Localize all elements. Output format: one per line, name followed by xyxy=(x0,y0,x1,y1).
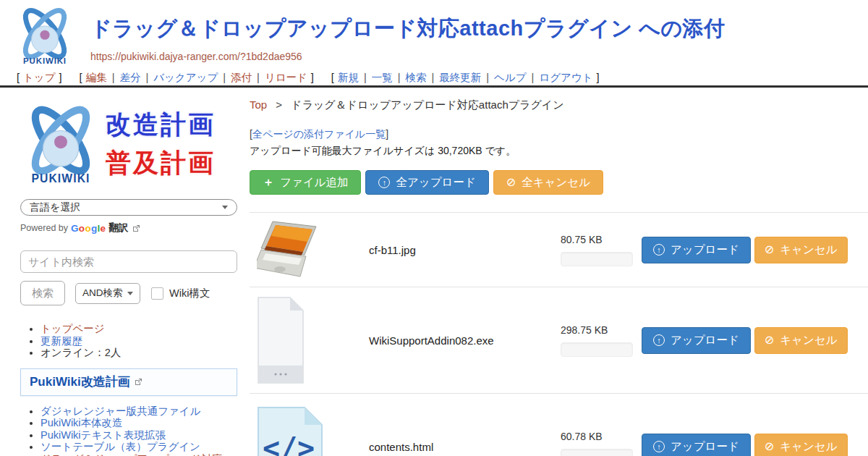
sidebar-item-dragdrop-attach[interactable]: ドラッグ＆ドロップアップロード対応attachプラグイン xyxy=(41,453,222,456)
top-navbar: [トップ] [編集|差分|バックアップ|添付|リロード] [新規|一覧|検索|最… xyxy=(0,69,868,88)
page-header: PUKIWIKI ドラッグ＆ドロップアップロード対応attachプラグイン への… xyxy=(0,0,868,69)
sidebar-item-sort-table[interactable]: ソートテーブル（表）プラグイン xyxy=(41,441,200,452)
cancel-button[interactable]: ⊘ キャンセル xyxy=(754,434,848,456)
sidebar-item-history[interactable]: 更新履歴 xyxy=(41,335,82,347)
bracket: [ xyxy=(17,72,20,83)
bracket: ] xyxy=(59,72,62,83)
pukiwiki-atom-logo-small: PUKIWIKI xyxy=(20,101,101,187)
nav-item-list[interactable]: 一覧 xyxy=(372,72,393,83)
google-logo: Google xyxy=(71,223,106,234)
upload-progress-bar xyxy=(561,252,633,266)
generic-file-icon xyxy=(257,296,305,384)
pukiwiki-atom-logo[interactable]: PUKIWIKI xyxy=(12,4,78,68)
nav-item-diff[interactable]: 差分 xyxy=(119,72,140,83)
main-content: Top > ドラッグ＆ドロップアップロード対応attachプラグイン [全ページ… xyxy=(250,90,868,456)
list-item: PukiWikiテキスト表現拡張 xyxy=(41,429,238,442)
logo-wordmark: PUKIWIKI xyxy=(31,172,90,185)
page-title: ドラッグ＆ドロップアップロード対応attachプラグイン への添付 xyxy=(90,14,726,43)
ban-icon: ⊘ xyxy=(765,441,774,452)
external-link-icon xyxy=(132,224,140,232)
translate-link[interactable]: 翻訳 xyxy=(109,221,128,235)
sidebar-item-text-ext[interactable]: PukiWikiテキスト表現拡張 xyxy=(41,429,166,441)
bracket: [ xyxy=(331,72,334,83)
nav-item-help[interactable]: ヘルプ xyxy=(494,72,527,83)
file-name: contents.html xyxy=(369,441,561,453)
logo-slogan-fukyu: 普及計画 xyxy=(106,146,216,180)
wiki-syntax-label: Wiki構文 xyxy=(169,287,210,300)
ban-icon: ⊘ xyxy=(765,244,774,256)
sidebar-item-common-files[interactable]: ダジャレンジャー版共通ファイル xyxy=(41,405,200,417)
page-url-link[interactable]: https://pukiwiki.dajya-ranger.com/?1bd2d… xyxy=(90,51,302,62)
cancel-all-button[interactable]: ⊘ 全キャンセル xyxy=(493,170,603,195)
language-select[interactable]: 言語を選択 xyxy=(20,199,237,216)
upload-button[interactable]: ↑ アップロード xyxy=(642,434,751,456)
sidebar-links-primary: トップページ 更新履歴 オンライン：2人 xyxy=(41,323,238,359)
upload-circle-icon: ↑ xyxy=(653,244,665,256)
file-name: WikiSupportAddin082.exe xyxy=(369,334,561,347)
upload-circle-icon: ↑ xyxy=(653,441,665,452)
nav-item-edit[interactable]: 編集 xyxy=(86,72,107,83)
cancel-button[interactable]: ⊘ キャンセル xyxy=(754,327,848,354)
upload-progress-bar xyxy=(561,342,633,357)
file-size: 60.78 KB xyxy=(561,431,642,442)
list-item: ダジャレンジャー版共通ファイル xyxy=(41,405,238,418)
search-mode-select[interactable]: AND検索 xyxy=(75,283,140,304)
nav-item-recent[interactable]: 最終更新 xyxy=(439,72,481,83)
list-item: PukiWiki本体改造 xyxy=(41,417,238,429)
breadcrumb-current: ドラッグ＆ドロップアップロード対応attachプラグイン xyxy=(291,98,563,111)
nav-item-backup[interactable]: バックアップ xyxy=(153,72,218,83)
svg-text:</>: </> xyxy=(263,431,315,456)
sidebar-item-toppage[interactable]: トップページ xyxy=(41,323,105,334)
nav-item-top[interactable]: トップ xyxy=(23,72,56,83)
nav-item-logout[interactable]: ログアウト xyxy=(539,72,592,83)
site-search-input[interactable] xyxy=(20,250,237,273)
file-size: 298.75 KB xyxy=(561,324,642,336)
list-item: オンライン：2人 xyxy=(41,347,238,359)
sidebar-item-core-mod[interactable]: PukiWiki本体改造 xyxy=(41,417,123,428)
sidebar-logo[interactable]: PUKIWIKI 改造計画 普及計画 xyxy=(20,98,238,189)
logo-wordmark: PUKIWIKI xyxy=(23,56,67,65)
list-item: トップページ xyxy=(41,323,238,335)
sidebar-featured-box: PukiWiki改造計画 xyxy=(20,368,237,396)
list-item: ドラッグ＆ドロップアップロード対応attachプラグイン xyxy=(41,453,238,456)
ban-icon: ⊘ xyxy=(506,177,516,188)
table-row: WikiSupportAddin082.exe 298.75 KB ↑ アップロ… xyxy=(250,287,868,393)
breadcrumb: Top > ドラッグ＆ドロップアップロード対応attachプラグイン xyxy=(250,98,868,112)
upload-all-button[interactable]: ↑ 全アップロード xyxy=(365,170,488,195)
html-file-icon: </> xyxy=(257,406,323,456)
google-translate-attribution: Powered by Google 翻訳 xyxy=(20,221,238,235)
add-files-button[interactable]: ＋ ファイル追加 xyxy=(250,170,361,195)
search-button[interactable]: 検索 xyxy=(20,281,65,305)
plus-icon: ＋ xyxy=(263,175,274,190)
language-select-value: 言語を選択 xyxy=(30,201,80,214)
sidebar-links-plugins: ダジャレンジャー版共通ファイル PukiWiki本体改造 PukiWikiテキス… xyxy=(41,405,238,456)
upload-progress-bar xyxy=(561,449,633,456)
upload-file-list: cf-b11.jpg 80.75 KB ↑ アップロード ⊘ キャンセル xyxy=(250,212,868,456)
chevron-down-icon xyxy=(127,292,133,295)
cancel-button[interactable]: ⊘ キャンセル xyxy=(754,237,848,263)
chevron-down-icon xyxy=(222,206,228,209)
list-item: 更新履歴 xyxy=(41,335,238,347)
all-attachments-link[interactable]: 全ページの添付ファイル一覧 xyxy=(252,128,386,140)
laptop-photo-thumbnail xyxy=(257,220,325,279)
max-upload-size-text: アップロード可能最大ファイルサイズは 30,720KB です。 xyxy=(250,145,868,158)
list-item: ソートテーブル（表）プラグイン xyxy=(41,441,238,453)
search-mode-value: AND検索 xyxy=(82,287,123,300)
bracket: ] xyxy=(597,72,600,83)
upload-button[interactable]: ↑ アップロード xyxy=(642,327,751,354)
online-count: オンライン：2人 xyxy=(41,347,121,358)
breadcrumb-top-link[interactable]: Top xyxy=(250,98,267,111)
sidebar: PUKIWIKI 改造計画 普及計画 言語を選択 Powered by Goog… xyxy=(0,90,250,456)
table-row: cf-b11.jpg 80.75 KB ↑ アップロード ⊘ キャンセル xyxy=(250,212,868,287)
upload-circle-icon: ↑ xyxy=(653,334,665,346)
pukiwiki-kaizo-link[interactable]: PukiWiki改造計画 xyxy=(30,375,130,389)
nav-item-new[interactable]: 新規 xyxy=(338,72,359,83)
powered-by-text: Powered by xyxy=(20,223,68,233)
upload-button[interactable]: ↑ アップロード xyxy=(642,237,751,263)
nav-item-search[interactable]: 検索 xyxy=(405,72,426,83)
wiki-syntax-checkbox[interactable] xyxy=(151,287,163,300)
bracket: [ xyxy=(80,72,82,83)
nav-item-attach[interactable]: 添付 xyxy=(231,72,252,83)
upload-toolbar: ＋ ファイル追加 ↑ 全アップロード ⊘ 全キャンセル xyxy=(250,170,868,195)
nav-item-reload[interactable]: リロード xyxy=(265,72,307,83)
